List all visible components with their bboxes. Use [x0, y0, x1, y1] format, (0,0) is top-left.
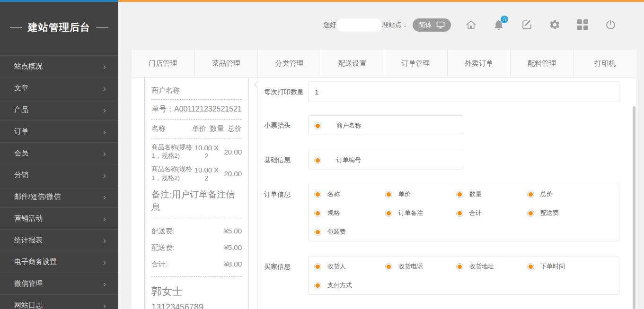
sidebar-item-label: 文章 [14, 84, 28, 93]
radio-selected-icon[interactable] [456, 263, 463, 270]
sidebar-item-label: 站点概况 [14, 62, 43, 71]
radio-selected-icon[interactable] [314, 210, 321, 217]
sidebar-item-label: 订单 [14, 127, 28, 136]
section-label-buyer-info: 买家信息 [264, 263, 291, 271]
tab[interactable]: 配送设置 [321, 50, 384, 77]
sidebar-item[interactable]: 产品 › [0, 99, 118, 120]
col-name: 名称 [151, 124, 192, 133]
printer-settings: 每次打印数量 小票抬头 商户名称 基础信息 [258, 78, 636, 309]
tab-label: 打印机 [594, 59, 616, 68]
chevron-right-icon: › [103, 149, 106, 158]
item-total: 20.00 [220, 148, 242, 156]
basic-info-options: 订单编号 [308, 150, 463, 170]
radio-selected-icon[interactable] [314, 229, 321, 236]
app-title-text: 建站管理后台 [28, 21, 90, 34]
receipt-divider [151, 276, 242, 277]
sidebar-item[interactable]: 订单 › [0, 120, 118, 142]
radio-option-label: 收货人 [327, 262, 346, 271]
radio-selected-icon[interactable] [385, 191, 392, 198]
sidebar-item[interactable]: 邮件/短信/微信 › [0, 186, 118, 207]
tab[interactable]: 订单管理 [384, 50, 447, 77]
sidebar-item[interactable]: 会员 › [0, 142, 118, 164]
tab-label: 订单管理 [401, 59, 430, 68]
radio-selected-icon[interactable] [527, 191, 534, 198]
radio-option: 商户名称 [309, 116, 463, 135]
item-name: 商品名称(规格1，规格2) [151, 165, 193, 182]
power-icon [605, 19, 617, 31]
main-panel: 门店管理 菜品管理 分类管理 配送设置 订单管理 [132, 50, 636, 309]
radio-option-label: 数量 [469, 190, 482, 198]
greeting: 您好 理站点： [323, 19, 408, 31]
receipt-fees: 配送费: ¥5.00 配送费: ¥5.00 合计: ¥8.00 [151, 227, 242, 269]
receipt-fee-row: 配送费: ¥5.00 [151, 227, 242, 236]
radio-option-label: 规格 [327, 209, 340, 217]
print-count-input[interactable] [308, 81, 619, 102]
section-label-basic-info: 基础信息 [264, 156, 291, 164]
logout-button[interactable] [604, 18, 617, 31]
radio-option: 合计 [450, 204, 521, 223]
radio-selected-icon[interactable] [314, 122, 321, 129]
notifications-button[interactable]: 3 [493, 18, 505, 31]
settings-button[interactable] [548, 18, 561, 31]
sidebar-item[interactable]: 营销活动 › [0, 207, 118, 229]
tab[interactable]: 门店管理 [132, 50, 194, 77]
censored-username [337, 19, 381, 31]
radio-option-label: 单价 [398, 190, 411, 198]
tab[interactable]: 菜品管理 [194, 50, 258, 77]
item-price-qty: 10.00 X 2 [193, 144, 220, 160]
item-price-qty: 10.00 X 2 [193, 166, 220, 182]
radio-selected-icon[interactable] [314, 282, 321, 289]
radio-option-label: 收货电话 [398, 262, 423, 271]
sidebar-item[interactable]: 网站日志 › [0, 294, 118, 309]
scrollbar-thumb[interactable] [633, 106, 635, 309]
tab[interactable]: 外卖订单 [447, 50, 511, 77]
radio-selected-icon[interactable] [456, 191, 463, 198]
tab-bar: 门店管理 菜品管理 分类管理 配送设置 订单管理 [132, 50, 636, 78]
receipt-divider [151, 219, 242, 219]
tab[interactable]: 分类管理 [257, 50, 321, 77]
sidebar-item[interactable]: 文章 › [0, 77, 118, 99]
radio-option-label: 配送费 [540, 209, 559, 217]
sidebar-item[interactable]: 电子商务设置 › [0, 251, 118, 273]
col-qty: 数量 [210, 124, 224, 133]
sidebar-item-label: 产品 [14, 105, 28, 114]
fee-label: 配送费: [151, 243, 175, 252]
edit-icon [521, 19, 533, 31]
radio-selected-icon[interactable] [527, 263, 534, 270]
apps-button[interactable] [576, 18, 589, 31]
chevron-right-icon: › [103, 105, 106, 114]
fee-value: ¥8.00 [224, 260, 242, 269]
radio-selected-icon[interactable] [314, 157, 321, 164]
sidebar-item[interactable]: 统计报表 › [0, 229, 118, 251]
header-top-strip [118, 0, 644, 2]
tab[interactable]: 打印机 [573, 50, 637, 77]
radio-option-label: 包装费 [327, 228, 346, 236]
gear-icon [549, 19, 561, 31]
fee-label: 配送费: [151, 227, 175, 236]
language-pill-label: 简体 [419, 21, 432, 29]
fee-label: 合计: [151, 260, 168, 269]
sidebar-item[interactable]: 站点概况 › [0, 55, 118, 77]
radio-selected-icon[interactable] [385, 210, 392, 217]
sidebar-item[interactable]: 微信管理 › [0, 273, 118, 294]
radio-selected-icon[interactable] [314, 263, 321, 270]
radio-selected-icon[interactable] [456, 210, 463, 217]
language-pill-button[interactable]: 简体 [413, 18, 451, 32]
tab-label: 菜品管理 [212, 59, 240, 68]
chevron-right-icon: › [103, 62, 106, 71]
buyer-phone: 13123456789 [151, 302, 242, 309]
radio-selected-icon[interactable] [314, 191, 321, 198]
radio-option: 总价 [521, 185, 592, 204]
edit-button[interactable] [520, 18, 533, 31]
home-button[interactable] [465, 18, 477, 31]
receipt-divider [151, 99, 242, 100]
tab[interactable]: 配料管理 [510, 50, 573, 77]
radio-selected-icon[interactable] [527, 210, 534, 217]
radio-option: 配送费 [521, 204, 592, 223]
order-info-options: 名称 单价 数量 [308, 184, 619, 241]
radio-selected-icon[interactable] [385, 263, 392, 270]
sidebar-item[interactable]: 分销 › [0, 164, 118, 186]
buyer-name: 郭女士 [151, 284, 242, 299]
chevron-right-icon: › [103, 127, 106, 136]
col-price: 单价 [192, 124, 206, 133]
